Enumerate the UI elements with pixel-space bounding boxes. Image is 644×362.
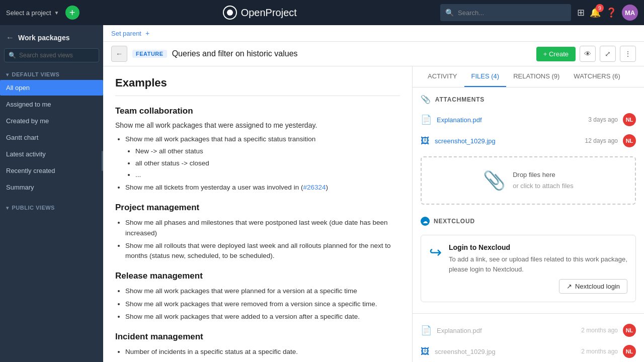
nextcloud-login-btn-row: ↗ Nextcloud login [449, 279, 627, 294]
tab-files[interactable]: FILES (4) [464, 66, 507, 87]
help-icon[interactable]: ❓ [606, 7, 617, 18]
list-item: Show me all work packages that were remo… [125, 299, 400, 309]
avatar[interactable]: MA [622, 5, 638, 21]
sidebar-item-recently-created[interactable]: Recently created [0, 163, 103, 178]
set-parent-link[interactable]: Set parent [111, 30, 141, 37]
list-item: Show me all rollouts that were deployed … [125, 241, 400, 261]
content-title: Examples [115, 76, 400, 96]
drop-main-text: Drop files here [513, 169, 574, 180]
sidebar-back[interactable]: ← Work packages [0, 25, 103, 48]
sidebar-title: Work packages [18, 34, 69, 42]
list-item: ... [135, 170, 400, 180]
back-arrow-icon: ← [6, 33, 14, 42]
drop-text: Drop files here or click to attach files [513, 169, 574, 192]
project-selector[interactable]: Select a project ▼ [6, 9, 59, 17]
file-avatar-0: NL [623, 113, 636, 126]
bottom-file-name-0[interactable]: Explanation.pdf [437, 327, 576, 334]
file-name-0[interactable]: Explanation.pdf [437, 116, 583, 124]
attachment-item-0[interactable]: 📄 Explanation.pdf 3 days ago NL [413, 109, 644, 130]
bottom-attachment-item-1[interactable]: 🖼 screenshot_1029.jpg 2 months ago NL [413, 341, 644, 362]
divider [413, 313, 644, 314]
nextcloud-icon: ☁ [421, 217, 430, 226]
files-content: 📎 ATTACHMENTS 📄 Explanation.pdf 3 days a… [413, 87, 644, 362]
pdf-icon-bottom-0: 📄 [421, 325, 432, 336]
nested-list: New -> all other status all other status… [125, 146, 400, 180]
login-icon: ↪ [429, 243, 442, 261]
right-panel: ACTIVITY FILES (4) RELATIONS (9) WATCHER… [413, 66, 644, 362]
section-list-2: Show me all work packages that were plan… [115, 286, 400, 322]
nextcloud-login-title: Login to Nexcloud [449, 243, 627, 251]
nextcloud-login-button[interactable]: ↗ Nextcloud login [559, 279, 627, 294]
section-incident-management: Incident management Number of incidents … [115, 332, 400, 362]
sidebar-item-assigned-to-me[interactable]: Assigned to me [0, 97, 103, 112]
section-list-3: Number of incidents in a specific status… [115, 347, 400, 362]
search-saved-icon: 🔍 [9, 52, 16, 59]
section-heading-0: Team collaboration [115, 106, 400, 116]
wp-title-bar: ← FEATURE Queries and filter on historic… [103, 42, 644, 66]
left-panel: Examples Team collaboration Show me all … [103, 66, 413, 362]
list-item: Show me all work packages that were adde… [125, 312, 400, 322]
bottom-file-meta-0: 2 months ago [581, 327, 618, 334]
set-parent-plus-icon[interactable]: + [145, 29, 149, 37]
bottom-attachment-item-0[interactable]: 📄 Explanation.pdf 2 months ago NL [413, 320, 644, 341]
top-navigation: Select a project ▼ + OpenProject 🔍 ⊞ 🔔 9… [0, 0, 644, 25]
list-item: Show me all work packages that were plan… [125, 286, 400, 296]
search-icon: 🔍 [445, 9, 454, 17]
section-project-management: Project management Show me all phases an… [115, 203, 400, 261]
nextcloud-login-desc: To add a link, see or upload files relat… [449, 254, 627, 274]
ticket-link[interactable]: #26324 [303, 184, 326, 191]
search-saved-input[interactable] [19, 52, 95, 59]
back-button[interactable]: ← [111, 46, 127, 62]
bottom-file-name-1[interactable]: screenshot_1029.jpg [435, 348, 576, 355]
nav-icons: ⊞ 🔔 9 ❓ MA [577, 5, 638, 21]
list-item: all other status -> closed [135, 158, 400, 168]
chevron-down-icon: ▾ [6, 72, 9, 77]
file-name-1[interactable]: screenshot_1029.jpg [435, 137, 580, 145]
main-content-area: Set parent + ← FEATURE Queries and filte… [103, 25, 644, 362]
sidebar-item-latest-activity[interactable]: Latest activity [0, 146, 103, 162]
section-heading-1: Project management [115, 203, 400, 213]
logo-text: OpenProject [241, 7, 297, 19]
bottom-file-avatar-1: NL [623, 345, 636, 358]
section-team-collaboration: Team collaboration Show me all work pack… [115, 106, 400, 193]
set-parent-bar: Set parent + [103, 25, 644, 42]
add-project-button[interactable]: + [65, 6, 79, 20]
drop-sub-text: or click to attach files [513, 180, 574, 192]
project-selector-label: Select a project [6, 9, 51, 17]
sidebar-item-gantt-chart[interactable]: Gantt chart [0, 130, 103, 145]
attachment-item-1[interactable]: 🖼 screenshot_1029.jpg 12 days ago NL [413, 130, 644, 151]
list-item: New -> all other status [135, 146, 400, 156]
grid-icon[interactable]: ⊞ [577, 7, 585, 18]
create-button[interactable]: + Create [536, 47, 576, 61]
tab-relations[interactable]: RELATIONS (9) [506, 66, 567, 87]
section-intro-0: Show me all work packages that were assi… [115, 121, 400, 129]
section-list-1: Show me all phases and milestones that w… [115, 218, 400, 261]
tab-activity[interactable]: ACTIVITY [421, 66, 464, 87]
main-layout: ← Work packages 🔍 ▾ DEFAULT VIEWS All op… [0, 25, 644, 362]
more-options-button[interactable]: ⋮ [620, 46, 636, 62]
preview-button[interactable]: 👁 [580, 46, 596, 62]
notifications-icon[interactable]: 🔔 9 [590, 7, 601, 18]
file-meta-1: 12 days ago [585, 137, 618, 144]
tab-watchers[interactable]: WATCHERS (6) [567, 66, 627, 87]
search-saved-views[interactable]: 🔍 [4, 48, 99, 62]
global-search[interactable]: 🔍 [440, 4, 571, 21]
content-split: Examples Team collaboration Show me all … [103, 66, 644, 362]
sidebar-item-all-open[interactable]: All open [0, 80, 103, 96]
default-views-label[interactable]: ▾ DEFAULT VIEWS [0, 67, 103, 79]
list-item: Show me all tickets from yesterday a use… [125, 183, 400, 193]
project-selector-arrow: ▼ [54, 10, 59, 16]
sidebar-item-summary[interactable]: Summary [0, 179, 103, 195]
section-heading-2: Release management [115, 271, 400, 281]
sidebar-item-created-by-me[interactable]: Created by me [0, 113, 103, 129]
public-views-label[interactable]: ▾ PUBLIC VIEWS [0, 201, 103, 213]
attachments-label: ATTACHMENTS [435, 96, 485, 103]
drop-zone[interactable]: 📎 Drop files here or click to attach fil… [421, 156, 636, 205]
nextcloud-header: ☁ NEXTCLOUD [413, 210, 644, 231]
file-meta-0: 3 days ago [588, 116, 618, 123]
openproject-logo-icon [223, 6, 237, 20]
wp-actions: + Create 👁 ⤢ ⋮ [536, 46, 636, 62]
search-input[interactable] [458, 9, 566, 17]
fullscreen-button[interactable]: ⤢ [600, 46, 616, 62]
chevron-down-icon-2: ▾ [6, 205, 9, 211]
